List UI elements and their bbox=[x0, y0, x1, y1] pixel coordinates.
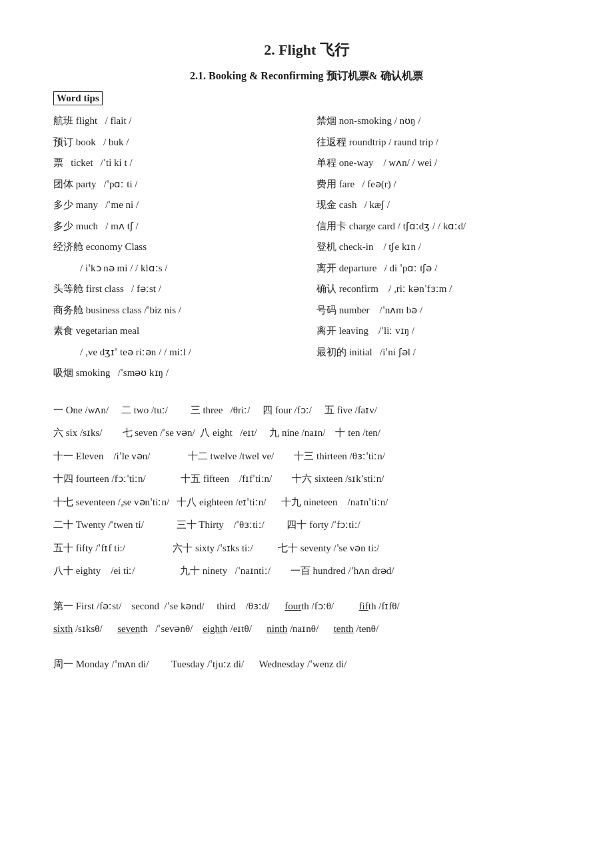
ordinals-row: sixth /sɪksθ/ seventh /ˈsevənθ/ eighth /… bbox=[53, 617, 560, 641]
list-item: 离开 leaving /ˈliː vɪŋ / bbox=[316, 321, 560, 342]
list-item: 最初的 initial /iˈni ʃəl / bbox=[316, 342, 560, 363]
list-item: 多少 much / mʌ tʃ / bbox=[53, 216, 297, 237]
list-item: 离开 departure / di ˈpɑː tʃə / bbox=[316, 258, 560, 279]
list-item: 费用 fare / feə(r) / bbox=[316, 174, 560, 195]
list-item: 头等舱 first class / fəːst / bbox=[53, 279, 297, 300]
list-item: 航班 flight / flait / bbox=[53, 111, 297, 132]
list-item: 多少 many /ˈme ni / bbox=[53, 195, 297, 216]
numbers-row: 一 One /wʌn/ 二 two /tuː/ 三 three /θriː/ 四… bbox=[53, 399, 560, 422]
numbers-row: 六 six /sɪks/ 七 seven /ˈse vən/ 八 eight /… bbox=[53, 421, 560, 445]
word-tips-label: Word tips bbox=[53, 91, 103, 105]
numbers-row: 十四 fourteen /fɔːˈtiːn/ 十五 fifteen /fɪfˈt… bbox=[53, 467, 560, 491]
list-item: 团体 party /ˈpɑː ti / bbox=[53, 174, 297, 195]
list-item: 吸烟 smoking /ˈsməʊ kɪŋ / bbox=[53, 363, 297, 384]
vocab-grid: 航班 flight / flait / 预订 book / buk / 票 ti… bbox=[53, 111, 560, 384]
list-item: 商务舱 business class /ˈbiz nis / bbox=[53, 300, 297, 321]
list-item: 票 ticket /ˈti ki t / bbox=[53, 153, 297, 174]
list-item: / ˌve dʒɪˈ teə riːən / / miːl / bbox=[53, 342, 297, 363]
ordinals-row: 第一 First /fəːst/ second /ˈse kənd/ third… bbox=[53, 595, 560, 618]
ordinals-section: 第一 First /fəːst/ second /ˈse kənd/ third… bbox=[53, 595, 560, 641]
list-item: 号码 number /ˈnʌm bə / bbox=[316, 300, 560, 321]
list-item: / iˈkɔ nə mi / / klɑːs / bbox=[53, 258, 297, 279]
section-title: 2.1. Booking & Reconfirming 预订机票& 确认机票 bbox=[53, 69, 560, 83]
days-row: 周一 Monday /ˈmʌn di/ Tuesday /ˈtjuːz di/ … bbox=[53, 653, 560, 676]
vocab-right: 禁烟 non-smoking / nʊŋ / 往返程 roundtrip / r… bbox=[316, 111, 560, 384]
numbers-row: 五十 fifty /ˈfɪf ti:/ 六十 sixty /ˈsɪks ti:/… bbox=[53, 537, 560, 560]
list-item: 登机 check-in / tʃe kɪn / bbox=[316, 237, 560, 258]
list-item: 预订 book / buk / bbox=[53, 132, 297, 153]
list-item: 信用卡 charge card / tʃɑːdʒ / / kɑːd/ bbox=[316, 216, 560, 237]
list-item: 单程 one-way / wʌn/ / wei / bbox=[316, 153, 560, 174]
list-item: 往返程 roundtrip / raund trip / bbox=[316, 132, 560, 153]
days-section: 周一 Monday /ˈmʌn di/ Tuesday /ˈtjuːz di/ … bbox=[53, 653, 560, 676]
list-item: 经济舱 economy Class bbox=[53, 237, 297, 258]
list-item: 素食 vegetarian meal bbox=[53, 321, 297, 342]
list-item: 禁烟 non-smoking / nʊŋ / bbox=[316, 111, 560, 132]
page-title: 2. Flight 飞行 bbox=[53, 40, 560, 60]
numbers-row: 十一 Eleven /iˈle vən/ 十二 twelve /twel ve/… bbox=[53, 445, 560, 468]
list-item: 确认 reconfirm / ˌriː kənˈfɜːm / bbox=[316, 279, 560, 300]
list-item: 现金 cash / kæʃ / bbox=[316, 195, 560, 216]
numbers-section: 一 One /wʌn/ 二 two /tuː/ 三 three /θriː/ 四… bbox=[53, 399, 560, 583]
numbers-row: 八十 eighty /ei tiː/ 九十 ninety /ˈnaɪntiː/ … bbox=[53, 559, 560, 583]
numbers-row: 二十 Twenty /ˈtwen ti/ 三十 Thirty /ˈθɜːtiː/… bbox=[53, 513, 560, 537]
numbers-row: 十七 seventeen /ˌse vənˈtiːn/ 十八 eighteen … bbox=[53, 491, 560, 514]
vocab-left: 航班 flight / flait / 预订 book / buk / 票 ti… bbox=[53, 111, 297, 384]
